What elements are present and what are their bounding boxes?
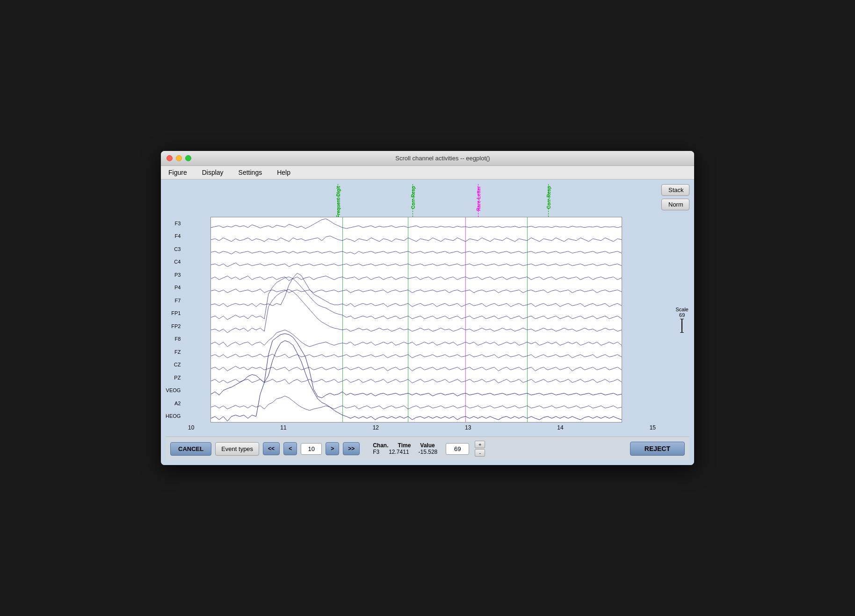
menu-figure[interactable]: Figure <box>165 168 191 177</box>
channel-cz: CZ <box>166 362 182 367</box>
channel-veog: VEOG <box>166 387 182 393</box>
channel-fz: FZ <box>166 349 182 355</box>
nav-prev-prev-button[interactable]: << <box>263 442 280 455</box>
time-12: 12 <box>373 424 379 431</box>
channel-f4: F4 <box>166 233 182 239</box>
annotation-rare-letter-label: Rare-Letter <box>476 184 481 211</box>
time-value: 12.7411 <box>389 449 409 455</box>
annotation-corr-resp-1-label: Corr-Resp <box>411 184 416 209</box>
chan-label: Chan. <box>373 442 388 449</box>
menu-settings[interactable]: Settings <box>235 168 266 177</box>
nav-next-next-button[interactable]: >> <box>343 442 360 455</box>
plus-minus-controls: + - <box>475 441 485 457</box>
time-13: 13 <box>465 424 471 431</box>
eeg-container: Frequent-Digit Corr-Resp Rare-Letter Cor… <box>166 184 689 433</box>
maximize-button[interactable] <box>185 155 191 161</box>
eeg-waveform-svg <box>211 217 622 422</box>
channel-p4: P4 <box>166 285 182 290</box>
cancel-button[interactable]: CANCEL <box>170 442 211 456</box>
scale-label: Scale <box>675 307 688 312</box>
norm-button[interactable]: Norm <box>661 199 689 210</box>
scale-area: Scale 69 <box>675 307 688 333</box>
title-bar: Scroll channel activities -- eegplot() <box>161 151 694 166</box>
channel-fp1: FP1 <box>166 310 182 316</box>
eeg-plot <box>210 217 622 423</box>
time-15: 15 <box>650 424 656 431</box>
annotation-corr-resp-1: Corr-Resp <box>413 184 413 217</box>
channel-heog: HEOG <box>166 413 182 419</box>
reject-button[interactable]: REJECT <box>630 442 685 456</box>
channel-c3: C3 <box>166 246 182 252</box>
channel-a2: A2 <box>166 401 182 406</box>
event-types-button[interactable]: Event types <box>215 442 259 456</box>
scale-value-display: 69 <box>679 312 685 318</box>
nav-prev-button[interactable]: < <box>283 442 297 455</box>
menubar: Figure Display Settings Help <box>161 166 694 179</box>
chan-value: F3 <box>373 449 379 455</box>
window-title: Scroll channel activities -- eegplot() <box>197 155 688 162</box>
plus-button[interactable]: + <box>475 441 485 448</box>
stack-button[interactable]: Stack <box>661 184 689 196</box>
time-axis: 10 11 12 13 14 15 <box>188 423 656 433</box>
nav-next-button[interactable]: > <box>326 442 339 455</box>
time-10: 10 <box>188 424 194 431</box>
close-button[interactable] <box>167 155 173 161</box>
minimize-button[interactable] <box>176 155 182 161</box>
annotation-frequent-digit-label: Frequent-Digit <box>336 184 341 218</box>
channel-c4: C4 <box>166 259 182 265</box>
channel-p3: P3 <box>166 272 182 278</box>
channel-f3: F3 <box>166 221 182 226</box>
channel-fp2: FP2 <box>166 323 182 329</box>
annotation-corr-resp-2-label: Corr-Resp <box>546 184 551 209</box>
info-box: Chan. Time Value F3 12.7411 -15.528 <box>373 442 437 455</box>
annotation-corr-resp-2: Corr-Resp <box>548 184 549 217</box>
info-values-row: F3 12.7411 -15.528 <box>373 449 437 455</box>
channel-f7: F7 <box>166 298 182 303</box>
menu-help[interactable]: Help <box>273 168 294 177</box>
info-labels-row: Chan. Time Value <box>373 442 437 449</box>
channel-labels: F3 F4 C3 C4 P3 P4 F7 FP1 FP2 F8 FZ CZ PZ… <box>166 217 182 423</box>
channel-f8: F8 <box>166 336 182 342</box>
scale-bar <box>681 319 682 333</box>
annotation-rare-letter: Rare-Letter <box>478 184 478 217</box>
menu-display[interactable]: Display <box>198 168 227 177</box>
traffic-lights <box>167 155 191 161</box>
page-input[interactable] <box>301 443 322 455</box>
time-11: 11 <box>280 424 286 431</box>
channel-pz: PZ <box>166 375 182 380</box>
top-right-buttons: Stack Norm <box>661 184 689 210</box>
bottom-bar: CANCEL Event types << < > >> Chan. Time … <box>166 437 689 460</box>
eeg-plot-wrapper: F3 F4 C3 C4 P3 P4 F7 FP1 FP2 F8 FZ CZ PZ… <box>188 217 656 423</box>
minus-button[interactable]: - <box>475 449 485 457</box>
eeg-annotations: Frequent-Digit Corr-Resp Rare-Letter Cor… <box>188 184 656 217</box>
time-label: Time <box>398 442 411 449</box>
time-14: 14 <box>557 424 563 431</box>
value-value: -15.528 <box>419 449 438 455</box>
main-window: Scroll channel activities -- eegplot() F… <box>161 151 694 465</box>
annotation-frequent-digit: Frequent-Digit <box>338 184 338 217</box>
scale-input[interactable] <box>446 443 469 455</box>
value-label: Value <box>420 442 435 449</box>
content-area: Stack Norm Frequent-Digit Corr-Resp Rare… <box>161 179 694 465</box>
